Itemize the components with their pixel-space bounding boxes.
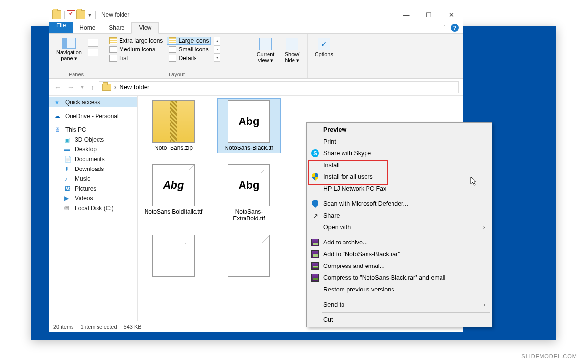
layout-scroll-up[interactable]: ▴ [214,37,220,45]
file-item[interactable] [217,233,281,281]
titlebar[interactable]: ✔ ▼ New folder — ☐ ✕ [49,7,463,22]
font-icon [228,235,270,277]
shield-icon [311,172,319,181]
context-menu: Preview Print SShare with Skype Install … [306,122,492,327]
options-icon [318,38,330,50]
ctx-install-all-users[interactable]: Install for all users [308,171,491,183]
ctx-open-with[interactable]: Open with› [308,221,491,233]
close-button[interactable]: ✕ [440,7,463,22]
folder-icon [52,10,61,19]
ctx-add-rar[interactable]: Add to "NotoSans-Black.rar" [308,248,491,260]
sidebar-item-3d-objects[interactable]: ▣3D Objects [49,135,137,145]
sidebar-item-quick-access[interactable]: ★Quick access [49,97,137,107]
ctx-restore-versions[interactable]: Restore previous versions [308,284,491,295]
file-name: NotoSans-BoldItalic.ttf [145,208,203,215]
ctx-share[interactable]: ↗Share [308,210,491,221]
current-view-button[interactable]: Current view ▾ [252,36,279,78]
share-icon: ↗ [311,211,319,220]
dropdown-caret-icon[interactable]: ▼ [87,12,92,18]
font-icon: Abg [152,164,195,206]
file-item[interactable]: Abg NotoSans-Black.ttf [217,98,281,153]
current-view-icon [259,38,272,50]
ctx-defender-scan[interactable]: Scan with Microsoft Defender... [308,198,491,210]
window-title: New folder [101,11,129,18]
layout-details[interactable]: Details [167,54,211,62]
navigation-pane-button[interactable]: Navigation pane ▾ [53,38,85,61]
winrar-icon [311,238,319,247]
sidebar-item-local-disk[interactable]: ⛃Local Disk (C:) [49,203,137,213]
file-item[interactable] [142,233,205,281]
sidebar-item-pictures[interactable]: 🖼Pictures [49,184,137,194]
star-icon: ★ [54,99,62,106]
ctx-install[interactable]: Install [308,159,491,171]
layout-list[interactable]: List [107,54,165,62]
file-item[interactable]: Abg NotoSans-BoldItalic.ttf [142,162,205,224]
ctx-cut[interactable]: Cut [308,314,491,326]
options-button[interactable]: Options [311,36,337,57]
layout-medium[interactable]: Medium icons [107,46,165,53]
cloud-icon: ☁ [54,113,62,120]
sidebar-item-desktop[interactable]: ▬Desktop [49,145,137,154]
separator [322,312,490,313]
group-label: Panes [53,72,99,78]
ctx-hp-fax[interactable]: HP LJ Network PC Fax [308,183,491,194]
winrar-icon [311,273,319,282]
sidebar-item-this-pc[interactable]: 🖥This PC [49,125,137,135]
tab-home[interactable]: Home [73,22,102,33]
disk-icon: ⛃ [64,205,72,212]
ctx-print[interactable]: Print [308,136,491,147]
back-button[interactable]: ← [53,83,62,91]
ribbon: Navigation pane ▾ Panes Extra large icon… [49,34,463,79]
pc-icon: 🖥 [54,126,62,133]
tab-view[interactable]: View [131,22,159,34]
ctx-compress-rar-email[interactable]: Compress to "NotoSans-Black.rar" and ema… [308,272,491,284]
layout-small[interactable]: Small icons [167,46,211,53]
up-button[interactable]: ↑ [90,83,95,91]
ctx-compress-email[interactable]: Compress and email... [308,260,491,272]
breadcrumb-folder[interactable]: New folder [119,83,149,91]
sidebar-item-documents[interactable]: 📄Documents [49,154,137,164]
pictures-icon: 🖼 [64,185,72,192]
winrar-icon [311,262,319,270]
separator [322,235,490,235]
maximize-button[interactable]: ☐ [417,7,440,22]
status-size: 543 KB [124,324,142,330]
file-menu[interactable]: File [49,22,73,33]
sidebar-item-music[interactable]: ♪Music [49,174,137,184]
address-bar: ← → ▼ ↑ › New folder [49,79,463,96]
chevron-right-icon: › [483,224,485,231]
sidebar-item-videos[interactable]: ▶Videos [49,194,137,203]
layout-more[interactable]: ▾ [214,53,220,62]
music-icon: ♪ [64,175,72,182]
ctx-add-archive[interactable]: Add to archive... [308,237,491,248]
sidebar-item-onedrive[interactable]: ☁OneDrive - Personal [49,111,137,121]
tab-share[interactable]: Share [102,22,131,33]
breadcrumb-sep: › [114,83,116,91]
cursor-icon [470,176,478,186]
help-icon[interactable]: ? [451,24,459,32]
breadcrumb[interactable]: › New folder [99,81,459,93]
collapse-ribbon-icon[interactable]: ˆ [444,25,446,31]
file-name: Noto_Sans.zip [154,145,193,151]
ctx-send-to[interactable]: Send to› [308,299,491,311]
history-dropdown[interactable]: ▼ [79,84,86,90]
folder-icon [102,84,111,91]
desktop-icon: ▬ [64,146,72,153]
videos-icon: ▶ [64,195,72,202]
file-item[interactable]: Noto_Sans.zip [142,98,205,153]
forward-button[interactable]: → [66,83,75,91]
details-pane-icon[interactable] [88,49,98,56]
ctx-preview[interactable]: Preview [308,124,491,136]
minimize-button[interactable]: — [395,7,417,22]
layout-scroll-down[interactable]: ▾ [214,45,220,53]
layout-extra-large[interactable]: Extra large icons [107,37,165,45]
file-item[interactable]: Abg NotoSans-ExtraBold.ttf [217,162,281,224]
font-icon: Abg [228,164,270,206]
show-hide-button[interactable]: Show/ hide ▾ [279,36,305,78]
preview-pane-icon[interactable] [88,39,98,47]
sidebar-item-downloads[interactable]: ⬇Downloads [49,164,137,174]
status-selection: 1 item selected [81,324,117,330]
layout-large[interactable]: Large icons [167,37,211,45]
ctx-share-skype[interactable]: SShare with Skype [308,147,491,159]
chevron-right-icon: › [483,301,485,308]
